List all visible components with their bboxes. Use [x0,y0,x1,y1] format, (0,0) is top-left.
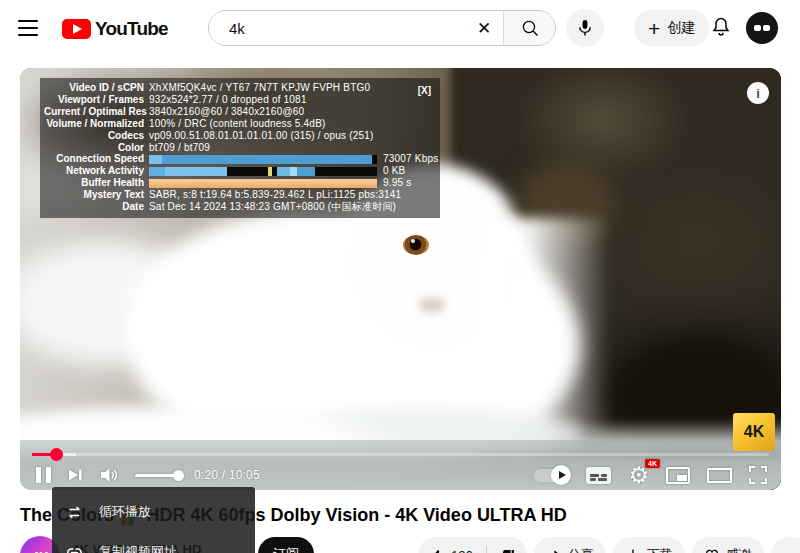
info-button[interactable]: i [747,82,769,104]
more-icon [783,547,799,553]
stats-row-connection-speed: Connection Speed73007 Kbps [44,153,435,165]
stats-for-nerds-panel: [X] Video ID / sCPNXhXMf5QK4vc / YT67 7N… [40,78,440,218]
player-context-menu: 循环播放 复制视频网址 [52,487,255,553]
fullscreen-icon [749,466,767,484]
theater-mode-button[interactable] [707,468,732,483]
quality-4k-badge: 4K [645,459,660,468]
progress-bar[interactable] [32,453,769,456]
microphone-icon [575,18,595,38]
share-icon [546,547,562,553]
avatar-glyph [754,25,761,31]
context-menu-copy-url[interactable]: 复制视频网址 [52,532,255,553]
menu-button[interactable] [18,17,42,39]
hamburger-icon [18,20,38,22]
volume-knob[interactable] [173,470,184,481]
bell-icon [709,15,733,39]
stats-row-viewport: Viewport / Frames932x524*2.77 / 0 droppe… [44,94,435,106]
masthead: YouTube ✕ + 创建 [0,0,800,56]
search-bar: ✕ [208,10,556,46]
pause-button[interactable] [36,467,51,483]
like-dislike-pill[interactable]: 126 [418,537,527,553]
logo-text: YouTube [95,18,168,40]
time-display: 0:20 / 10:05 [194,468,260,482]
subtitles-button[interactable] [586,467,611,484]
search-button[interactable] [503,11,555,45]
download-icon [625,547,641,553]
autoplay-toggle[interactable] [534,469,569,482]
next-button[interactable] [66,466,84,484]
connection-speed-bar [149,155,377,164]
subtitles-icon [586,467,611,484]
settings-button[interactable]: ⚙ 4K [628,464,649,487]
buffer-health-bar [149,179,377,188]
next-icon [66,466,84,484]
search-input[interactable] [209,11,465,45]
context-menu-loop[interactable]: 循环播放 [52,492,255,532]
plus-icon: + [648,18,660,39]
search-icon [521,19,539,37]
stats-row-date: DateSat Dec 14 2024 13:48:23 GMT+0800 (中… [44,201,435,213]
stats-row-resolution: Current / Optimal Res3840x2160@60 / 3840… [44,106,435,118]
stats-row-volume: Volume / Normalized100% / DRC (content l… [44,118,435,130]
fullscreen-button[interactable] [749,466,767,484]
theater-icon [707,468,732,483]
subscribe-button[interactable]: 订阅 [258,537,314,553]
link-icon [65,543,84,553]
youtube-watch-page: { "header": { "logo_text": "YouTube", "s… [0,0,800,553]
loop-icon [65,503,84,522]
volume-button[interactable] [99,465,120,485]
autoplay-knob-play-icon [551,465,571,485]
search-clear-button[interactable]: ✕ [465,11,503,45]
volume-slider[interactable] [135,474,179,477]
video-player[interactable]: [X] Video ID / sCPNXhXMf5QK4vc / YT67 7N… [20,68,781,490]
notifications-button[interactable] [708,15,734,41]
voice-search-button[interactable] [566,9,604,47]
download-button[interactable]: 下载 [613,537,685,553]
youtube-play-icon [62,19,91,39]
like-count: 126 [451,548,473,553]
video-actions-row: 126 分享 下载 感谢 [418,537,800,553]
thumbs-down-icon[interactable] [500,548,515,553]
account-avatar[interactable] [746,12,778,44]
stats-close-button[interactable]: [X] [418,85,431,97]
thanks-button[interactable]: 感谢 [692,537,764,553]
volume-icon [99,465,120,485]
share-button[interactable]: 分享 [534,537,606,553]
rabbit-eye [403,235,429,255]
more-actions-button[interactable] [771,537,800,553]
4k-watermark-badge: 4K [733,413,775,451]
player-controls-right: ⚙ 4K [534,460,767,490]
thumbs-up-icon [430,548,445,553]
stats-row-mystery-text: Mystery TextSABR, s:8 t:19.64 b:5.839-29… [44,189,435,201]
player-controls-left: 0:20 / 10:05 [36,460,260,490]
pause-icon [36,467,51,483]
miniplayer-button[interactable] [666,467,690,484]
rabbit-mouth [412,294,452,316]
pill-divider [486,546,487,553]
stats-row-color: Colorbt709 / bt709 [44,142,435,154]
stats-row-video-id: Video ID / sCPNXhXMf5QK4vc / YT67 7N7T K… [44,82,435,94]
stats-row-buffer-health: Buffer Health9.95 s [44,177,435,189]
stats-row-codecs: Codecsvp09.00.51.08.01.01.01.01.00 (315)… [44,130,435,142]
heart-icon [704,547,720,553]
network-activity-bar [149,167,377,176]
stats-row-network-activity: Network Activity0 KB [44,165,435,177]
youtube-logo[interactable]: YouTube [62,18,168,40]
create-button[interactable]: + 创建 [634,10,709,46]
miniplayer-icon [666,467,690,484]
